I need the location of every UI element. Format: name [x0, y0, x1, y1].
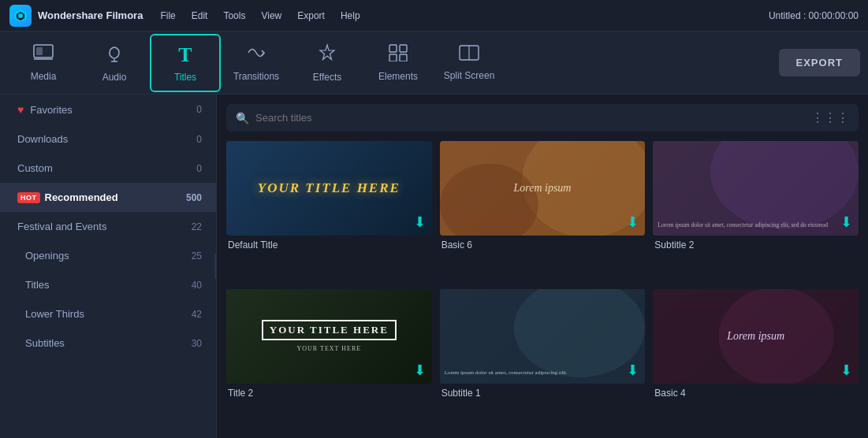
- menu-bar: Wondershare Filmora File Edit Tools View…: [0, 0, 868, 32]
- sidebar-subtitles-count: 30: [192, 338, 202, 349]
- thumb-subtitle2[interactable]: Lorem ipsum dolor sit amet, consectetur …: [653, 141, 859, 281]
- thumb-subtitle2-bg: Lorem ipsum dolor sit amet, consectetur …: [653, 141, 859, 236]
- download-icon-basic6: ⬇: [627, 213, 639, 231]
- thumb-title2-bg: YOUR TITLE HERE YOUR TEXT HERE: [226, 289, 432, 384]
- toolbar-audio-label: Audio: [102, 72, 127, 83]
- toolbar-media[interactable]: Media: [8, 34, 79, 92]
- svg-rect-10: [389, 54, 397, 61]
- sidebar: ♥ Favorites 0 Downloads 0 Custom 0 HOT R…: [0, 95, 217, 438]
- sidebar-titles-label: Titles: [25, 279, 192, 291]
- thumb-default-title[interactable]: YOUR TITLE HERE ⬇ Default Title: [226, 141, 432, 281]
- titles-icon: T: [178, 43, 192, 67]
- svg-rect-11: [400, 54, 407, 61]
- thumb-default-title-preview: YOUR TITLE HERE ⬇: [226, 141, 432, 236]
- download-icon-basic4: ⬇: [840, 362, 852, 379]
- title2-sub-text: YOUR TEXT HERE: [296, 345, 361, 352]
- toolbar-titles-label: Titles: [174, 72, 196, 83]
- thumb-title2[interactable]: YOUR TITLE HERE YOUR TEXT HERE ⬇ Title 2: [226, 289, 432, 429]
- audio-icon: [106, 43, 123, 67]
- sidebar-favorites-label: Favorites: [30, 104, 196, 116]
- search-input[interactable]: [255, 112, 799, 124]
- main-content: ♥ Favorites 0 Downloads 0 Custom 0 HOT R…: [0, 95, 868, 438]
- sidebar-item-titles[interactable]: Titles 40: [0, 270, 216, 299]
- menu-items: File Edit Tools View Export Help: [158, 7, 361, 24]
- thumb-basic4-preview: Lorem ipsum ⬇: [653, 289, 859, 384]
- sidebar-festival-label: Festival and Events: [17, 221, 192, 232]
- search-icon: 🔍: [236, 112, 249, 124]
- thumb-basic6[interactable]: Lorem ipsum ⬇ Basic 6: [440, 141, 646, 281]
- menu-help[interactable]: Help: [339, 7, 362, 24]
- basic4-text: Lorem ipsum: [727, 330, 784, 343]
- search-bar: 🔍 ⋮⋮⋮: [226, 104, 859, 132]
- sidebar-festival-count: 22: [192, 221, 202, 232]
- grid-toggle-icon[interactable]: ⋮⋮⋮: [811, 110, 849, 125]
- menu-edit[interactable]: Edit: [190, 7, 210, 24]
- basic6-label: Basic 6: [440, 239, 646, 251]
- default-title-text: YOUR TITLE HERE: [258, 180, 400, 196]
- download-icon-default-title: ⬇: [414, 213, 426, 231]
- sidebar-item-favorites[interactable]: ♥ Favorites 0: [0, 95, 216, 124]
- app-name: Wondershare Filmora: [38, 9, 143, 21]
- sidebar-item-downloads[interactable]: Downloads 0: [0, 124, 216, 154]
- svg-point-2: [18, 13, 23, 18]
- sidebar-item-lower-thirds[interactable]: Lower Thirds 42: [0, 299, 216, 328]
- sidebar-favorites-count: 0: [196, 104, 202, 115]
- menu-tools[interactable]: Tools: [222, 7, 247, 24]
- sidebar-item-openings[interactable]: Openings 25: [0, 241, 216, 270]
- toolbar-split-screen[interactable]: Split Screen: [434, 34, 505, 92]
- app-logo-icon: [9, 5, 32, 27]
- title2-main-text: YOUR TITLE HERE: [262, 320, 397, 340]
- subtitle1-label: Subtitle 1: [440, 388, 646, 399]
- sidebar-titles-count: 40: [192, 280, 202, 291]
- sidebar-item-subtitles[interactable]: Subtitles 30: [0, 328, 216, 358]
- thumb-subtitle1-preview: Lorem ipsum dolor sit amet, consectetur …: [440, 289, 646, 384]
- toolbar-transitions[interactable]: Transitions: [221, 34, 292, 92]
- sidebar-custom-count: 0: [196, 163, 202, 174]
- toolbar-transitions-label: Transitions: [233, 71, 279, 82]
- sidebar-openings-count: 25: [192, 251, 202, 262]
- svg-rect-4: [36, 47, 43, 55]
- elements-icon: [389, 44, 408, 66]
- sidebar-openings-label: Openings: [25, 250, 192, 262]
- sidebar-collapse-button[interactable]: ◀: [214, 254, 217, 279]
- basic4-label: Basic 4: [653, 388, 859, 399]
- thumb-subtitle2-preview: Lorem ipsum dolor sit amet, consectetur …: [653, 141, 859, 236]
- toolbar-elements[interactable]: Elements: [363, 34, 434, 92]
- thumb-basic4[interactable]: Lorem ipsum ⬇ Basic 4: [653, 289, 859, 429]
- toolbar-media-label: Media: [31, 71, 57, 82]
- toolbar: Media Audio T Titles Transitions Effects…: [0, 32, 868, 95]
- app-logo: Wondershare Filmora: [9, 5, 143, 27]
- toolbar-audio[interactable]: Audio: [79, 34, 150, 92]
- sidebar-item-recommended[interactable]: HOT Recommended 500: [0, 183, 216, 212]
- sidebar-lower-thirds-label: Lower Thirds: [25, 308, 192, 320]
- transitions-icon: [246, 44, 266, 66]
- basic6-text: Lorem ipsum: [513, 182, 571, 195]
- menu-view[interactable]: View: [259, 7, 283, 24]
- subtitle2-text: Lorem ipsum dolor sit amet, consectetur …: [658, 221, 854, 229]
- export-button[interactable]: EXPORT: [779, 49, 860, 76]
- toolbar-split-screen-label: Split Screen: [444, 70, 495, 81]
- toolbar-effects[interactable]: Effects: [292, 34, 363, 92]
- sidebar-recommended-count: 500: [186, 192, 202, 203]
- thumb-basic6-bg: Lorem ipsum: [440, 141, 646, 236]
- menu-export[interactable]: Export: [296, 7, 326, 24]
- sidebar-recommended-label: Recommended: [45, 191, 186, 203]
- split-screen-icon: [459, 45, 479, 65]
- sidebar-custom-label: Custom: [17, 162, 196, 174]
- thumb-subtitle1[interactable]: Lorem ipsum dolor sit amet, consectetur …: [440, 289, 646, 429]
- thumb-default-title-bg: YOUR TITLE HERE: [226, 141, 432, 236]
- toolbar-titles[interactable]: T Titles: [150, 34, 221, 92]
- menu-file[interactable]: File: [158, 7, 177, 24]
- sidebar-lower-thirds-count: 42: [192, 309, 202, 320]
- thumb-basic4-bg: Lorem ipsum: [653, 289, 859, 384]
- sidebar-subtitles-label: Subtitles: [25, 337, 192, 349]
- download-icon-title2: ⬇: [414, 362, 426, 379]
- sidebar-item-custom[interactable]: Custom 0: [0, 154, 216, 183]
- sidebar-item-festival-events[interactable]: Festival and Events 22: [0, 212, 216, 241]
- effects-icon: [318, 43, 337, 67]
- project-info: Untitled : 00:00:00:00: [769, 10, 859, 21]
- sidebar-downloads-label: Downloads: [17, 133, 196, 145]
- default-title-label: Default Title: [226, 239, 432, 251]
- svg-rect-9: [400, 45, 407, 52]
- thumb-basic6-preview: Lorem ipsum ⬇: [440, 141, 646, 236]
